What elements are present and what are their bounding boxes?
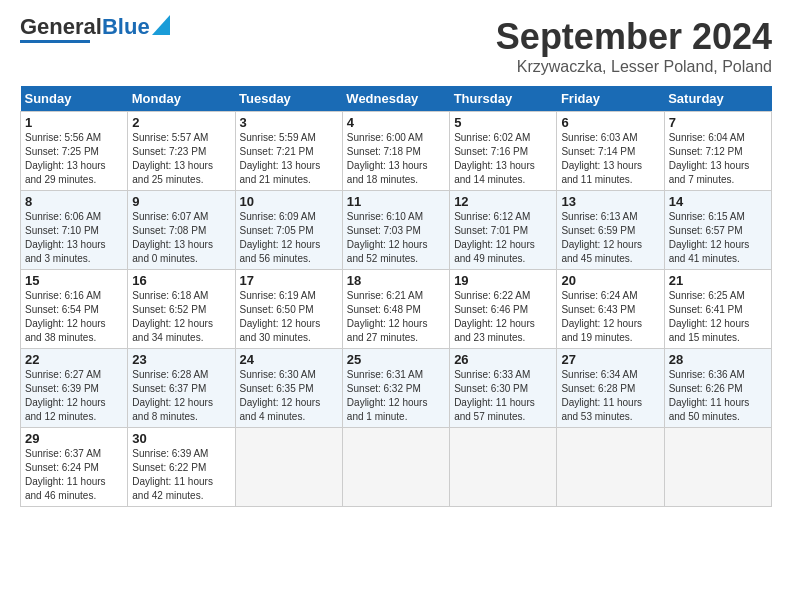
calendar-cell: 30Sunrise: 6:39 AM Sunset: 6:22 PM Dayli… bbox=[128, 428, 235, 507]
calendar-cell: 19Sunrise: 6:22 AM Sunset: 6:46 PM Dayli… bbox=[450, 270, 557, 349]
week-row-2: 8Sunrise: 6:06 AM Sunset: 7:10 PM Daylig… bbox=[21, 191, 772, 270]
location-title: Krzywaczka, Lesser Poland, Poland bbox=[496, 58, 772, 76]
calendar-cell: 17Sunrise: 6:19 AM Sunset: 6:50 PM Dayli… bbox=[235, 270, 342, 349]
week-row-1: 1Sunrise: 5:56 AM Sunset: 7:25 PM Daylig… bbox=[21, 112, 772, 191]
day-header-thursday: Thursday bbox=[450, 86, 557, 112]
day-info: Sunrise: 6:07 AM Sunset: 7:08 PM Dayligh… bbox=[132, 210, 230, 266]
day-number: 27 bbox=[561, 352, 659, 367]
day-number: 8 bbox=[25, 194, 123, 209]
day-number: 30 bbox=[132, 431, 230, 446]
day-number: 29 bbox=[25, 431, 123, 446]
day-number: 3 bbox=[240, 115, 338, 130]
day-number: 16 bbox=[132, 273, 230, 288]
calendar-cell: 16Sunrise: 6:18 AM Sunset: 6:52 PM Dayli… bbox=[128, 270, 235, 349]
day-number: 5 bbox=[454, 115, 552, 130]
day-number: 7 bbox=[669, 115, 767, 130]
page: GeneralBlue September 2024 Krzywaczka, L… bbox=[0, 0, 792, 517]
day-number: 18 bbox=[347, 273, 445, 288]
day-info: Sunrise: 6:02 AM Sunset: 7:16 PM Dayligh… bbox=[454, 131, 552, 187]
day-number: 20 bbox=[561, 273, 659, 288]
calendar-cell: 23Sunrise: 6:28 AM Sunset: 6:37 PM Dayli… bbox=[128, 349, 235, 428]
day-info: Sunrise: 6:31 AM Sunset: 6:32 PM Dayligh… bbox=[347, 368, 445, 424]
day-info: Sunrise: 6:00 AM Sunset: 7:18 PM Dayligh… bbox=[347, 131, 445, 187]
day-number: 2 bbox=[132, 115, 230, 130]
day-info: Sunrise: 6:10 AM Sunset: 7:03 PM Dayligh… bbox=[347, 210, 445, 266]
day-header-sunday: Sunday bbox=[21, 86, 128, 112]
day-info: Sunrise: 5:59 AM Sunset: 7:21 PM Dayligh… bbox=[240, 131, 338, 187]
day-number: 10 bbox=[240, 194, 338, 209]
day-info: Sunrise: 5:57 AM Sunset: 7:23 PM Dayligh… bbox=[132, 131, 230, 187]
day-info: Sunrise: 5:56 AM Sunset: 7:25 PM Dayligh… bbox=[25, 131, 123, 187]
day-number: 1 bbox=[25, 115, 123, 130]
day-number: 14 bbox=[669, 194, 767, 209]
day-number: 6 bbox=[561, 115, 659, 130]
calendar-cell: 20Sunrise: 6:24 AM Sunset: 6:43 PM Dayli… bbox=[557, 270, 664, 349]
svg-marker-0 bbox=[152, 15, 170, 35]
day-info: Sunrise: 6:37 AM Sunset: 6:24 PM Dayligh… bbox=[25, 447, 123, 503]
calendar-cell: 21Sunrise: 6:25 AM Sunset: 6:41 PM Dayli… bbox=[664, 270, 771, 349]
calendar-cell: 18Sunrise: 6:21 AM Sunset: 6:48 PM Dayli… bbox=[342, 270, 449, 349]
calendar-cell: 27Sunrise: 6:34 AM Sunset: 6:28 PM Dayli… bbox=[557, 349, 664, 428]
calendar-cell: 6Sunrise: 6:03 AM Sunset: 7:14 PM Daylig… bbox=[557, 112, 664, 191]
day-info: Sunrise: 6:28 AM Sunset: 6:37 PM Dayligh… bbox=[132, 368, 230, 424]
day-number: 12 bbox=[454, 194, 552, 209]
month-title: September 2024 bbox=[496, 16, 772, 58]
day-info: Sunrise: 6:16 AM Sunset: 6:54 PM Dayligh… bbox=[25, 289, 123, 345]
calendar-cell: 7Sunrise: 6:04 AM Sunset: 7:12 PM Daylig… bbox=[664, 112, 771, 191]
day-info: Sunrise: 6:33 AM Sunset: 6:30 PM Dayligh… bbox=[454, 368, 552, 424]
calendar-cell: 5Sunrise: 6:02 AM Sunset: 7:16 PM Daylig… bbox=[450, 112, 557, 191]
day-header-saturday: Saturday bbox=[664, 86, 771, 112]
day-info: Sunrise: 6:30 AM Sunset: 6:35 PM Dayligh… bbox=[240, 368, 338, 424]
day-number: 23 bbox=[132, 352, 230, 367]
calendar-cell: 11Sunrise: 6:10 AM Sunset: 7:03 PM Dayli… bbox=[342, 191, 449, 270]
day-info: Sunrise: 6:24 AM Sunset: 6:43 PM Dayligh… bbox=[561, 289, 659, 345]
day-header-friday: Friday bbox=[557, 86, 664, 112]
day-info: Sunrise: 6:34 AM Sunset: 6:28 PM Dayligh… bbox=[561, 368, 659, 424]
day-info: Sunrise: 6:04 AM Sunset: 7:12 PM Dayligh… bbox=[669, 131, 767, 187]
calendar-cell: 22Sunrise: 6:27 AM Sunset: 6:39 PM Dayli… bbox=[21, 349, 128, 428]
logo: GeneralBlue bbox=[20, 16, 170, 43]
day-info: Sunrise: 6:25 AM Sunset: 6:41 PM Dayligh… bbox=[669, 289, 767, 345]
day-number: 4 bbox=[347, 115, 445, 130]
day-info: Sunrise: 6:13 AM Sunset: 6:59 PM Dayligh… bbox=[561, 210, 659, 266]
day-info: Sunrise: 6:06 AM Sunset: 7:10 PM Dayligh… bbox=[25, 210, 123, 266]
calendar-cell bbox=[557, 428, 664, 507]
day-info: Sunrise: 6:27 AM Sunset: 6:39 PM Dayligh… bbox=[25, 368, 123, 424]
day-info: Sunrise: 6:12 AM Sunset: 7:01 PM Dayligh… bbox=[454, 210, 552, 266]
calendar-cell: 8Sunrise: 6:06 AM Sunset: 7:10 PM Daylig… bbox=[21, 191, 128, 270]
calendar-table: SundayMondayTuesdayWednesdayThursdayFrid… bbox=[20, 86, 772, 507]
day-number: 17 bbox=[240, 273, 338, 288]
day-info: Sunrise: 6:19 AM Sunset: 6:50 PM Dayligh… bbox=[240, 289, 338, 345]
calendar-cell bbox=[450, 428, 557, 507]
week-row-5: 29Sunrise: 6:37 AM Sunset: 6:24 PM Dayli… bbox=[21, 428, 772, 507]
calendar-cell: 25Sunrise: 6:31 AM Sunset: 6:32 PM Dayli… bbox=[342, 349, 449, 428]
day-header-tuesday: Tuesday bbox=[235, 86, 342, 112]
day-info: Sunrise: 6:18 AM Sunset: 6:52 PM Dayligh… bbox=[132, 289, 230, 345]
calendar-cell: 13Sunrise: 6:13 AM Sunset: 6:59 PM Dayli… bbox=[557, 191, 664, 270]
day-number: 19 bbox=[454, 273, 552, 288]
day-info: Sunrise: 6:22 AM Sunset: 6:46 PM Dayligh… bbox=[454, 289, 552, 345]
calendar-cell: 9Sunrise: 6:07 AM Sunset: 7:08 PM Daylig… bbox=[128, 191, 235, 270]
calendar-cell: 28Sunrise: 6:36 AM Sunset: 6:26 PM Dayli… bbox=[664, 349, 771, 428]
day-number: 21 bbox=[669, 273, 767, 288]
calendar-cell: 2Sunrise: 5:57 AM Sunset: 7:23 PM Daylig… bbox=[128, 112, 235, 191]
day-number: 9 bbox=[132, 194, 230, 209]
week-row-3: 15Sunrise: 6:16 AM Sunset: 6:54 PM Dayli… bbox=[21, 270, 772, 349]
calendar-cell bbox=[235, 428, 342, 507]
calendar-cell: 15Sunrise: 6:16 AM Sunset: 6:54 PM Dayli… bbox=[21, 270, 128, 349]
day-info: Sunrise: 6:39 AM Sunset: 6:22 PM Dayligh… bbox=[132, 447, 230, 503]
day-number: 25 bbox=[347, 352, 445, 367]
title-block: September 2024 Krzywaczka, Lesser Poland… bbox=[496, 16, 772, 76]
calendar-cell: 29Sunrise: 6:37 AM Sunset: 6:24 PM Dayli… bbox=[21, 428, 128, 507]
day-number: 24 bbox=[240, 352, 338, 367]
day-number: 11 bbox=[347, 194, 445, 209]
day-info: Sunrise: 6:03 AM Sunset: 7:14 PM Dayligh… bbox=[561, 131, 659, 187]
day-number: 28 bbox=[669, 352, 767, 367]
day-number: 13 bbox=[561, 194, 659, 209]
week-row-4: 22Sunrise: 6:27 AM Sunset: 6:39 PM Dayli… bbox=[21, 349, 772, 428]
calendar-cell bbox=[664, 428, 771, 507]
calendar-cell: 10Sunrise: 6:09 AM Sunset: 7:05 PM Dayli… bbox=[235, 191, 342, 270]
header-row: SundayMondayTuesdayWednesdayThursdayFrid… bbox=[21, 86, 772, 112]
calendar-cell: 14Sunrise: 6:15 AM Sunset: 6:57 PM Dayli… bbox=[664, 191, 771, 270]
calendar-cell bbox=[342, 428, 449, 507]
